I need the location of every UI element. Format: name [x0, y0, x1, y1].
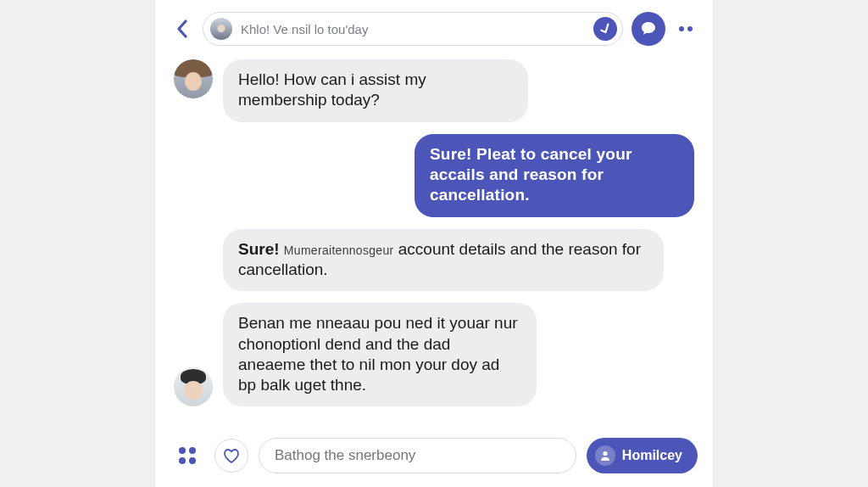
message-row: Hello! How can i assist my membership to… — [174, 59, 694, 122]
message-bubble: Benan me nneaau pou ned it youar nur cho… — [223, 303, 537, 406]
reaction-button[interactable] — [214, 439, 248, 473]
confirm-icon[interactable] — [590, 14, 620, 44]
chevron-left-icon — [176, 20, 188, 38]
more-options-button[interactable] — [674, 26, 698, 31]
heart-icon — [223, 448, 240, 463]
message-lead: Sure! — [238, 240, 280, 258]
svg-point-0 — [603, 451, 607, 456]
message-bubble: Sure! Mumeraitennosgeur account details … — [223, 229, 664, 292]
message-bubble: Sure! Pleat to cancel your accails and r… — [415, 134, 694, 217]
header-search-input[interactable] — [241, 22, 585, 36]
message-row: Sure! Mumeraitennosgeur account details … — [174, 229, 694, 292]
chat-thread: Hello! How can i assist my membership to… — [155, 54, 713, 429]
message-bubble: Hello! How can i assist my membership to… — [223, 59, 528, 122]
message-row: Benan me nneaau pou ned it youar nur cho… — [174, 303, 694, 406]
apps-icon — [179, 447, 196, 464]
apps-button[interactable] — [170, 439, 204, 473]
person-icon — [595, 445, 615, 466]
user-avatar — [174, 367, 213, 406]
header-avatar-icon — [210, 18, 232, 40]
back-button[interactable] — [170, 17, 194, 41]
new-chat-button[interactable] — [632, 12, 665, 46]
message-row: Sure! Pleat to cancel your accails and r… — [174, 134, 694, 217]
dot-icon — [679, 26, 684, 31]
composer: Homilcey — [155, 429, 713, 487]
chat-bubble-icon — [640, 20, 657, 37]
send-button[interactable]: Homilcey — [587, 438, 698, 473]
chat-header — [155, 0, 713, 54]
message-input[interactable] — [259, 438, 576, 473]
dot-icon — [687, 26, 693, 31]
message-small: Mumeraitennosgeur — [284, 244, 394, 257]
header-search[interactable] — [203, 12, 623, 46]
chat-panel: Hello! How can i assist my membership to… — [154, 0, 714, 487]
agent-avatar — [174, 59, 213, 98]
send-label: Homilcey — [622, 448, 682, 463]
